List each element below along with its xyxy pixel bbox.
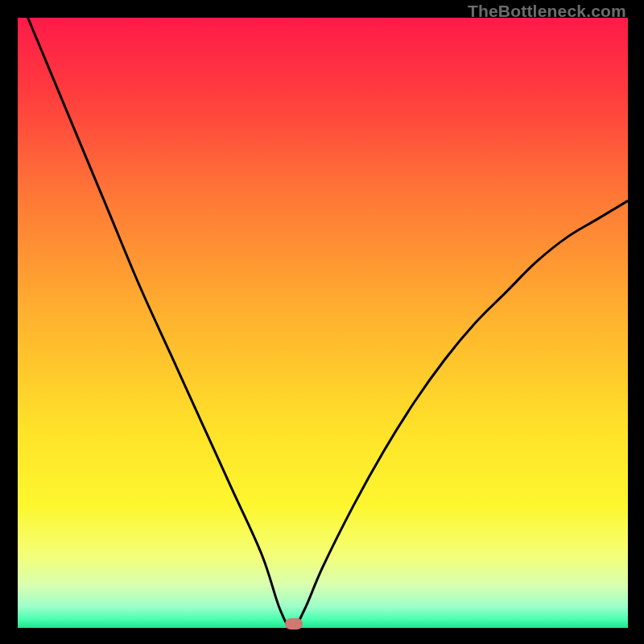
curve-layer [18,18,628,628]
chart-container: TheBottleneck.com [0,0,644,644]
bottleneck-curve [18,18,628,628]
plot-area [18,18,628,628]
optimal-marker [285,618,303,630]
